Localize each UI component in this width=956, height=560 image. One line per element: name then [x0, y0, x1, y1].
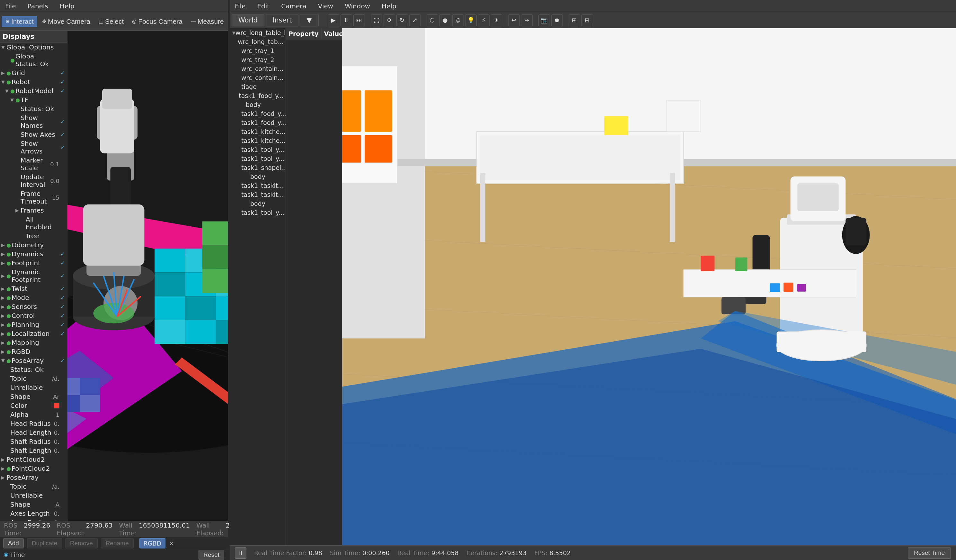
sidebar-item-11[interactable]: Update Interval0.0 — [0, 173, 67, 189]
pause-button[interactable]: ⏸ — [235, 547, 246, 559]
world-tree-item-1[interactable]: wrc_long_tab... — [230, 37, 286, 46]
sidebar-item-20[interactable]: ▶●Twist✓ — [0, 284, 67, 293]
sidebar-item-16[interactable]: ▶●Odometry — [0, 240, 67, 249]
step-icon-btn[interactable]: ⏭ — [353, 14, 365, 26]
sidebar-item-27[interactable]: ▶●RGBD — [0, 347, 67, 356]
sidebar-item-6[interactable]: Status: Ok — [0, 104, 67, 113]
checkbox-indicator[interactable]: ✓ — [60, 358, 66, 364]
rgbd-tab[interactable]: RGBD — [140, 538, 166, 549]
reset-button[interactable]: Reset — [198, 550, 224, 560]
world-tree-item-16[interactable]: body — [230, 172, 286, 181]
sidebar-item-5[interactable]: ▼●TF — [0, 96, 67, 104]
screenshot-icon-btn[interactable]: 📷 — [538, 14, 550, 26]
world-tree-item-10[interactable]: task1_food_y... — [230, 118, 286, 127]
rviz-viewport[interactable] — [68, 31, 228, 521]
menu-help[interactable]: Help — [57, 1, 77, 11]
sidebar-item-28[interactable]: ▼●PoseArray✓ — [0, 356, 67, 365]
sidebar-item-1[interactable]: ●Global Status: Ok — [0, 52, 67, 68]
measure-button[interactable]: — Measure — [187, 16, 228, 27]
checkbox-indicator[interactable]: ✓ — [60, 295, 66, 301]
right-menu-view[interactable]: View — [316, 1, 336, 11]
scale-icon-btn[interactable]: ⤢ — [409, 14, 421, 26]
spotlight-icon-btn[interactable]: ⚡ — [478, 14, 489, 26]
move-camera-button[interactable]: ✥ Move Camera — [39, 16, 94, 27]
world-tree-item-2[interactable]: wrc_tray_1 — [230, 46, 286, 55]
sidebar-item-13[interactable]: ▶Frames — [0, 206, 67, 215]
sidebar-item-10[interactable]: Marker Scale0.1 — [0, 156, 67, 173]
focus-camera-button[interactable]: ◎ Focus Camera — [129, 16, 186, 27]
sidebar-item-40[interactable]: ▶●PointCloud2 — [0, 464, 67, 473]
sidebar-item-12[interactable]: Frame Timeout15 — [0, 189, 67, 206]
pointlight-icon-btn[interactable]: 💡 — [465, 14, 477, 26]
interact-button[interactable]: ⊕ Interact — [2, 16, 37, 27]
world-tree-item-8[interactable]: body — [230, 100, 286, 109]
sphere-icon-btn[interactable]: ● — [439, 14, 451, 26]
duplicate-button[interactable]: Duplicate — [27, 538, 62, 549]
rotate-icon-btn[interactable]: ↻ — [396, 14, 408, 26]
sidebar-item-46[interactable]: Axes Radius0. — [0, 518, 67, 521]
sidebar-item-36[interactable]: Head Length0. — [0, 428, 67, 437]
translate-icon-btn[interactable]: ✥ — [384, 14, 395, 26]
menu-file[interactable]: File — [3, 1, 18, 11]
world-tree-item-17[interactable]: task1_taskit... — [230, 181, 286, 190]
world-tree-item-11[interactable]: task1_kitche... — [230, 127, 286, 136]
cylinder-icon-btn[interactable]: ⏣ — [452, 14, 464, 26]
menu-panels[interactable]: Panels — [25, 1, 50, 11]
sidebar-item-44[interactable]: ShapeA — [0, 500, 67, 509]
sidebar-item-4[interactable]: ▼●RobotModel✓ — [0, 86, 67, 96]
undo-icon-btn[interactable]: ↩ — [508, 14, 520, 26]
sidebar-item-26[interactable]: ▶●Mapping — [0, 338, 67, 347]
rgbd-close-icon[interactable]: ✕ — [169, 540, 174, 547]
sidebar-item-29[interactable]: Status: Ok — [0, 365, 67, 374]
sidebar-item-31[interactable]: Unreliable — [0, 383, 67, 392]
checkbox-indicator[interactable]: ✓ — [60, 260, 66, 266]
sidebar-item-34[interactable]: Alpha1 — [0, 410, 67, 419]
checkbox-indicator[interactable]: ✓ — [60, 119, 66, 125]
redo-icon-btn[interactable]: ↪ — [521, 14, 533, 26]
sidebar-item-19[interactable]: ▶●Dynamic Footprint✓ — [0, 267, 67, 284]
right-menu-camera[interactable]: Camera — [278, 1, 309, 11]
checkbox-indicator[interactable]: ✓ — [60, 132, 66, 138]
record-icon-btn[interactable]: ⏺ — [551, 14, 563, 26]
sidebar-item-43[interactable]: Unreliable — [0, 491, 67, 500]
box-icon-btn[interactable]: ⬡ — [427, 14, 438, 26]
rename-button[interactable]: Rename — [101, 538, 134, 549]
sidebar-item-38[interactable]: Shaft Length0. — [0, 446, 67, 455]
sidebar-item-39[interactable]: ▶PointCloud2 — [0, 455, 67, 464]
sidebar-item-45[interactable]: Axes Length0. — [0, 509, 67, 518]
remove-button[interactable]: Remove — [65, 538, 97, 549]
checkbox-indicator[interactable]: ✓ — [60, 304, 66, 310]
world-tree-item-19[interactable]: body — [230, 199, 286, 208]
right-menu-file[interactable]: File — [232, 1, 248, 11]
right-menu-window[interactable]: Window — [342, 1, 373, 11]
checkbox-indicator[interactable]: ✓ — [60, 144, 66, 151]
checkbox-indicator[interactable]: ✓ — [60, 331, 66, 337]
checkbox-indicator[interactable]: ✓ — [60, 286, 66, 292]
world-tree-item-7[interactable]: task1_food_y... — [230, 91, 286, 100]
sidebar-item-9[interactable]: Show Arrows✓ — [0, 139, 67, 156]
sidebar-item-21[interactable]: ▶●Mode✓ — [0, 293, 67, 302]
grid-icon-btn[interactable]: ⊟ — [582, 14, 593, 26]
world-tree-item-13[interactable]: task1_tool_y... — [230, 145, 286, 154]
reset-time-button[interactable]: Reset Time — [908, 547, 951, 559]
world-tree-item-9[interactable]: task1_food_y... — [230, 109, 286, 118]
more-tab[interactable]: ▼ — [300, 14, 318, 26]
world-tree-item-0[interactable]: ▼wrc_long_table_link — [230, 28, 286, 37]
sidebar-item-3[interactable]: ▼●Robot✓ — [0, 77, 67, 86]
right-menu-help[interactable]: Help — [379, 1, 399, 11]
sidebar-item-18[interactable]: ▶●Footprint✓ — [0, 259, 67, 267]
sidebar-item-17[interactable]: ▶●Dynamics✓ — [0, 249, 67, 259]
world-tree-item-3[interactable]: wrc_tray_2 — [230, 55, 286, 64]
sidebar-item-35[interactable]: Head Radius0. — [0, 419, 67, 428]
world-tree-item-20[interactable]: task1_tool_y... — [230, 208, 286, 217]
checkbox-indicator[interactable]: ✓ — [60, 79, 66, 85]
insert-tab[interactable]: Insert — [266, 14, 299, 26]
sidebar-item-32[interactable]: ShapeAr — [0, 392, 67, 401]
world-tree-item-14[interactable]: task1_tool_y... — [230, 154, 286, 163]
select3d-icon-btn[interactable]: ⬚ — [371, 14, 382, 26]
world-tree-item-12[interactable]: task1_kitche... — [230, 136, 286, 145]
checkbox-indicator[interactable]: ✓ — [60, 251, 66, 257]
checkbox-indicator[interactable]: ✓ — [60, 322, 66, 328]
time-radio[interactable]: Time — [4, 551, 25, 558]
sidebar-item-24[interactable]: ▶●Planning✓ — [0, 320, 67, 329]
